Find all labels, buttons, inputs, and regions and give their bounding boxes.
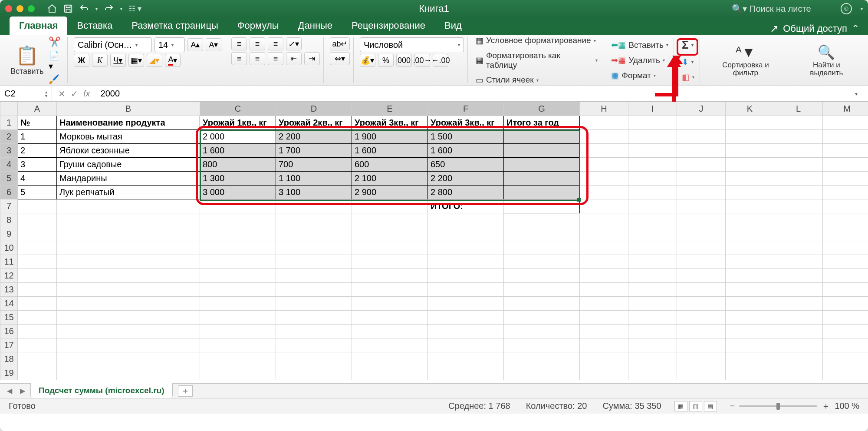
col-K[interactable]: K bbox=[726, 102, 774, 116]
tab-insert[interactable]: Вставка bbox=[67, 17, 122, 35]
user-dropdown[interactable]: ▾ bbox=[861, 7, 863, 11]
align-left-icon[interactable]: ≡ bbox=[231, 52, 247, 65]
view-pagelayout-icon[interactable]: ▥ bbox=[689, 401, 702, 411]
fx-icon[interactable]: fx bbox=[83, 89, 90, 99]
insert-cells[interactable]: ⬅▦Вставить▾ bbox=[609, 39, 670, 51]
format-painter-icon[interactable]: 🖌️ bbox=[49, 74, 64, 84]
fill-button[interactable]: ⬇▾ bbox=[680, 56, 696, 68]
font-color-icon[interactable]: A▾ bbox=[165, 54, 181, 67]
tab-review[interactable]: Рецензирование bbox=[342, 17, 435, 35]
user-icon[interactable]: ☺ bbox=[841, 3, 852, 14]
home-icon[interactable] bbox=[47, 3, 57, 14]
undo-dropdown[interactable]: ▾ bbox=[95, 7, 98, 11]
align-middle-icon[interactable]: ≡ bbox=[250, 37, 265, 50]
decrease-indent-icon[interactable]: ⇤ bbox=[286, 52, 302, 65]
row-1[interactable]: 1 bbox=[0, 116, 18, 130]
col-G[interactable]: G bbox=[504, 102, 580, 116]
row-7[interactable]: 7 bbox=[0, 199, 18, 213]
italic-button[interactable]: К bbox=[92, 54, 108, 67]
autosum-button[interactable]: Σ ▾ bbox=[680, 37, 696, 53]
close-window[interactable] bbox=[5, 5, 12, 12]
number-format-combo[interactable]: Числовой▾ bbox=[360, 37, 464, 52]
sheet-nav-next[interactable]: ▶ bbox=[17, 387, 28, 395]
tab-formulas[interactable]: Формулы bbox=[228, 17, 289, 35]
cell-styles[interactable]: ▭Стили ячеек▾ bbox=[474, 74, 599, 86]
col-J[interactable]: J bbox=[677, 102, 726, 116]
format-as-table[interactable]: ▦Форматировать как таблицу▾ bbox=[474, 50, 599, 71]
borders-icon[interactable]: ▦▾ bbox=[128, 54, 144, 67]
sheet-tab-active[interactable]: Подсчет суммы (microexcel.ru) bbox=[30, 383, 173, 398]
tab-pagelayout[interactable]: Разметка страницы bbox=[122, 17, 228, 35]
search-input[interactable] bbox=[750, 4, 832, 14]
row-2[interactable]: 2 bbox=[0, 130, 18, 144]
tab-data[interactable]: Данные bbox=[289, 17, 342, 35]
col-B[interactable]: B bbox=[57, 102, 200, 116]
spreadsheet-grid[interactable]: A B C D E F G H I J K L M 1 № Наименован… bbox=[0, 102, 868, 383]
select-all-corner[interactable] bbox=[0, 102, 18, 116]
copy-icon[interactable]: 📄▾ bbox=[49, 50, 64, 71]
align-right-icon[interactable]: ≡ bbox=[268, 52, 283, 65]
find-select-button[interactable]: 🔍 Найти и выделить bbox=[793, 43, 860, 78]
decrease-decimal-icon[interactable]: ←.00 bbox=[433, 54, 448, 67]
font-name-combo[interactable]: Calibri (Осн…▾ bbox=[74, 37, 152, 52]
increase-font-icon[interactable]: A▴ bbox=[187, 38, 203, 51]
tab-view[interactable]: Вид bbox=[435, 17, 471, 35]
cancel-formula-icon[interactable]: ✕ bbox=[58, 89, 66, 99]
namebox-steppers[interactable]: ▴▾ bbox=[45, 90, 47, 98]
zoom-in-icon[interactable]: ＋ bbox=[822, 400, 830, 412]
qat-customize-icon[interactable]: ☷ ▾ bbox=[128, 4, 141, 13]
comma-icon[interactable]: 000 bbox=[396, 54, 412, 67]
redo-icon[interactable] bbox=[104, 3, 114, 14]
view-normal-icon[interactable]: ▦ bbox=[674, 401, 687, 411]
undo-icon[interactable] bbox=[79, 3, 89, 14]
merge-icon[interactable]: ⇔▾ bbox=[330, 52, 350, 65]
minimize-window[interactable] bbox=[16, 5, 23, 12]
row-6[interactable]: 6 bbox=[0, 186, 18, 199]
col-F[interactable]: F bbox=[428, 102, 504, 116]
col-I[interactable]: I bbox=[628, 102, 677, 116]
bold-button[interactable]: Ж bbox=[74, 54, 89, 67]
redo-dropdown[interactable]: ▾ bbox=[120, 7, 122, 11]
search-box[interactable]: 🔍▾ bbox=[732, 3, 832, 14]
sort-filter-button[interactable]: ᴬ▼ Сортировка и фильтр bbox=[706, 43, 785, 78]
maximize-window[interactable] bbox=[28, 5, 35, 12]
row-5[interactable]: 5 bbox=[0, 172, 18, 186]
row-4[interactable]: 4 bbox=[0, 158, 18, 172]
percent-icon[interactable]: % bbox=[378, 54, 394, 67]
expand-formula-bar[interactable]: ▾ bbox=[855, 91, 868, 97]
fill-color-icon[interactable]: ◢▾ bbox=[147, 54, 162, 67]
wrap-text-icon[interactable]: ab↵ bbox=[330, 37, 350, 50]
decrease-font-icon[interactable]: A▾ bbox=[206, 38, 221, 51]
formula-input[interactable]: 2000 bbox=[96, 89, 855, 99]
row-3[interactable]: 3 bbox=[0, 144, 18, 158]
align-bottom-icon[interactable]: ≡ bbox=[268, 37, 283, 50]
collapse-ribbon-icon[interactable]: ⌃ bbox=[852, 23, 859, 34]
col-M[interactable]: M bbox=[823, 102, 868, 116]
underline-button[interactable]: Ч▾ bbox=[110, 54, 126, 67]
delete-cells[interactable]: ➡▦Удалить▾ bbox=[609, 54, 670, 66]
share-button[interactable]: Общий доступ bbox=[783, 23, 847, 34]
add-sheet-button[interactable]: ＋ bbox=[178, 385, 193, 397]
zoom-slider[interactable] bbox=[739, 405, 817, 407]
enter-formula-icon[interactable]: ✓ bbox=[71, 89, 78, 99]
format-cells[interactable]: ▦Формат▾ bbox=[609, 70, 670, 81]
col-D[interactable]: D bbox=[276, 102, 352, 116]
col-C[interactable]: C bbox=[200, 102, 276, 116]
zoom-out-icon[interactable]: − bbox=[730, 401, 735, 411]
font-size-combo[interactable]: 14▾ bbox=[155, 37, 185, 52]
col-A[interactable]: A bbox=[18, 102, 57, 116]
col-E[interactable]: E bbox=[352, 102, 428, 116]
conditional-formatting[interactable]: ▦Условное форматирование▾ bbox=[474, 35, 599, 46]
col-H[interactable]: H bbox=[580, 102, 628, 116]
tab-home[interactable]: Главная bbox=[10, 17, 67, 35]
cut-icon[interactable]: ✂️ bbox=[49, 36, 64, 48]
align-center-icon[interactable]: ≡ bbox=[250, 52, 265, 65]
increase-decimal-icon[interactable]: .00→ bbox=[414, 54, 430, 67]
align-top-icon[interactable]: ≡ bbox=[231, 37, 247, 50]
currency-icon[interactable]: 💰▾ bbox=[360, 54, 375, 67]
col-L[interactable]: L bbox=[774, 102, 823, 116]
orientation-icon[interactable]: ⤢▾ bbox=[286, 37, 302, 50]
save-icon[interactable] bbox=[63, 4, 73, 13]
sheet-nav-prev[interactable]: ◀ bbox=[4, 387, 15, 395]
paste-button[interactable]: 📋 Вставить bbox=[8, 44, 46, 77]
